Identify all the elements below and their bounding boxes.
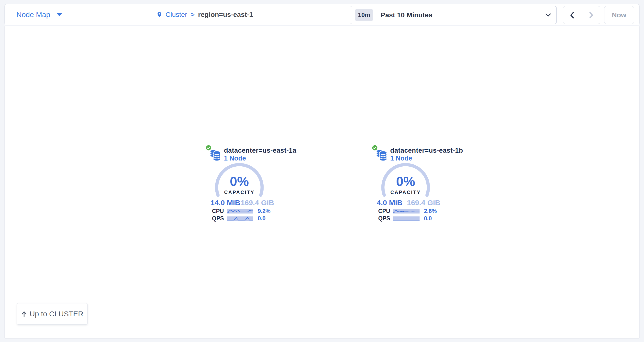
- up-to-cluster-button[interactable]: Up to CLUSTER: [17, 303, 88, 325]
- cpu-sparkline: [393, 209, 420, 214]
- datacenter-group-us-east-1a[interactable]: datacenter=us-east-1a 1 Node 0% CAPACITY…: [205, 143, 278, 224]
- arrow-up-icon: [21, 311, 27, 317]
- capacity-label: CAPACITY: [372, 190, 440, 195]
- qps-sparkline: [227, 216, 253, 221]
- up-to-cluster-label: Up to CLUSTER: [30, 310, 83, 318]
- capacity-values: 4.0 MiB 169.4 GiB: [377, 199, 440, 207]
- caret-down-icon: [56, 13, 62, 16]
- cpu-metric-row: CPU 9.2%: [212, 208, 277, 215]
- view-switcher-dropdown[interactable]: Node Map: [16, 4, 62, 25]
- capacity-label: CAPACITY: [205, 190, 274, 195]
- capacity-available: 169.4 GiB: [240, 199, 274, 207]
- breadcrumb: Cluster > region=us-east-1: [156, 4, 253, 25]
- qps-metric-row: QPS 0.0: [378, 215, 443, 222]
- chevron-right-icon: [587, 11, 594, 19]
- breadcrumb-current: region=us-east-1: [198, 11, 253, 18]
- breadcrumb-separator: >: [191, 11, 194, 18]
- now-button[interactable]: Now: [604, 6, 634, 24]
- time-nav-arrows: [563, 6, 600, 24]
- cpu-value: 9.2%: [258, 208, 270, 215]
- datacenter-group-us-east-1b[interactable]: datacenter=us-east-1b 1 Node 0% CAPACITY…: [372, 143, 445, 224]
- cpu-label: CPU: [378, 208, 393, 215]
- node-map-canvas: datacenter=us-east-1a 1 Node 0% CAPACITY…: [4, 26, 640, 339]
- chevron-down-icon: [545, 13, 551, 17]
- capacity-used: 14.0 MiB: [210, 199, 240, 207]
- capacity-values: 14.0 MiB 169.4 GiB: [210, 199, 274, 207]
- capacity-percent: 0%: [205, 175, 274, 188]
- qps-value: 0.0: [424, 215, 432, 222]
- time-range-badge: 10m: [355, 9, 373, 21]
- breadcrumb-cluster-link[interactable]: Cluster: [166, 11, 187, 18]
- time-range-label: Past 10 Minutes: [381, 11, 432, 19]
- qps-sparkline: [393, 216, 420, 221]
- time-prev-button[interactable]: [563, 6, 582, 24]
- capacity-used: 4.0 MiB: [377, 199, 402, 207]
- topbar: Node Map Cluster > region=us-east-1 10m …: [4, 4, 640, 25]
- cpu-value: 2.6%: [424, 208, 437, 215]
- capacity-percent: 0%: [372, 175, 440, 188]
- view-switcher-label: Node Map: [16, 10, 50, 19]
- qps-value: 0.0: [258, 215, 266, 222]
- capacity-available: 169.4 GiB: [407, 199, 440, 207]
- time-next-button[interactable]: [582, 6, 600, 24]
- chevron-left-icon: [569, 11, 576, 19]
- qps-label: QPS: [212, 215, 227, 222]
- cpu-label: CPU: [212, 208, 227, 215]
- qps-label: QPS: [378, 215, 393, 222]
- time-range-dropdown[interactable]: 10m Past 10 Minutes: [350, 6, 557, 24]
- location-pin-icon: [156, 11, 162, 18]
- cpu-sparkline: [227, 209, 253, 214]
- cpu-metric-row: CPU 2.6%: [378, 208, 443, 215]
- qps-metric-row: QPS 0.0: [212, 215, 277, 222]
